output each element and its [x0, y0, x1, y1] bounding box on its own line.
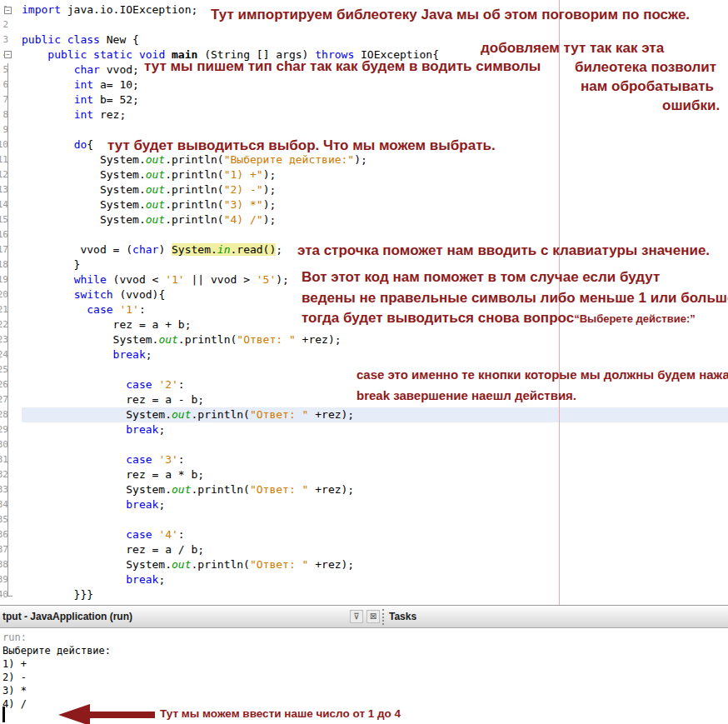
line-number[interactable]: 29 [0, 422, 8, 437]
code-text: System.out.println("2) -"); [22, 182, 728, 197]
line-number[interactable]: 39 [0, 572, 8, 587]
line-number[interactable]: 11 [0, 152, 8, 167]
line-number[interactable]: 23 [0, 332, 8, 347]
line-number[interactable]: 26 [0, 377, 8, 392]
annotation-lib-note-line: добовляем тут так как эта [481, 40, 664, 57]
line-number[interactable]: 31 [0, 452, 8, 467]
fold-column [8, 227, 22, 242]
code-text: case '4': [22, 527, 728, 542]
annotation-while-note-line: тогда будет выводиться снова вопрос“Выбе… [302, 308, 728, 330]
line-number[interactable]: 19 [0, 272, 8, 287]
fold-column [8, 497, 22, 512]
fold-column [8, 317, 22, 332]
code-line[interactable]: 30 [0, 437, 728, 452]
annotation-while-note-quote: “Выберете действие:” [574, 312, 696, 325]
code-line[interactable]: 11 System.out.println("Выберите действие… [0, 152, 728, 167]
code-line[interactable]: 31 case '3': [0, 452, 728, 467]
line-number[interactable]: 25 [0, 362, 8, 377]
code-line[interactable]: 12 System.out.println("1) +"); [0, 167, 728, 182]
line-number[interactable]: 10 [0, 137, 8, 152]
fold-column [8, 272, 22, 287]
code-line[interactable]: 16 [0, 227, 728, 242]
line-number[interactable]: 13 [0, 182, 8, 197]
tab-tasks[interactable]: Tasks [389, 611, 416, 622]
line-number[interactable]: 14 [0, 197, 8, 212]
line-number[interactable]: 22 [0, 317, 8, 332]
line-number[interactable]: 17 [0, 242, 8, 257]
code-line[interactable]: 37 rez = a / b; [0, 542, 728, 557]
fold-column [8, 242, 22, 257]
code-text: System.out.println("Ответ: " +rez); [22, 557, 728, 572]
annotation-while-note: Вот этот код нам поможет в том случае ес… [302, 267, 728, 330]
clear-output-icon[interactable]: ⊠ [366, 610, 380, 623]
code-line[interactable]: 32 rez = a * b; [0, 467, 728, 482]
line-number[interactable]: 34 [0, 497, 8, 512]
fold-toggle-icon[interactable]: − [4, 51, 12, 58]
code-line[interactable]: 36 case '4': [0, 527, 728, 542]
line-number[interactable]: 35 [0, 512, 8, 527]
code-line[interactable]: 9 [0, 122, 728, 137]
annotation-while-note-line: ведены не правельные символы либо меньше… [302, 288, 728, 309]
annotation-lib-note-line: ошибки. [662, 97, 720, 114]
annotation-char-note: тут мы пишем тип char так как будем в во… [144, 58, 541, 75]
code-line[interactable]: 28 System.out.println("Ответ: " +rez); [0, 407, 728, 422]
line-number[interactable]: 9 [0, 122, 8, 137]
line-number[interactable]: 8 [0, 107, 8, 122]
line-number[interactable]: 3 [0, 32, 8, 47]
line-number[interactable]: 15 [0, 212, 8, 227]
output-panel-titlebar[interactable]: tput - JavaApplication (run) ⊽ ⊠ Tasks [0, 606, 728, 628]
code-line[interactable]: 8 int rez; [0, 107, 728, 122]
line-number[interactable]: 16 [0, 227, 8, 242]
code-line[interactable]: 24 break; [0, 347, 728, 362]
line-number[interactable]: 2 [0, 17, 8, 32]
line-number[interactable]: 20 [0, 287, 8, 302]
code-line[interactable]: 40 }}} [0, 587, 728, 602]
filter-icon[interactable]: ⊽ [350, 610, 363, 623]
line-number[interactable]: 6 [0, 77, 8, 92]
annotation-lib-note-line: нам обробатывать [581, 78, 714, 95]
line-number[interactable]: 27 [0, 392, 8, 407]
code-editor[interactable]: 1import java.io.IOException;23public cla… [0, 0, 728, 605]
line-number[interactable]: 21 [0, 302, 8, 317]
fold-column [8, 542, 22, 557]
line-number[interactable]: 30 [0, 437, 8, 452]
code-line[interactable]: 14 System.out.println("3) *"); [0, 197, 728, 212]
line-number[interactable]: 33 [0, 482, 8, 497]
console-output[interactable]: run:Выберите действие:1) +2) -3) *4) / Т… [0, 628, 728, 724]
code-text: rez = a * b; [22, 467, 728, 482]
fold-toggle-icon[interactable]: − [4, 7, 12, 14]
output-panel-title: tput - JavaApplication (run) [2, 611, 132, 622]
code-line[interactable]: 33 System.out.println("Ответ: " +rez); [0, 482, 728, 497]
line-number[interactable]: 5 [0, 62, 8, 77]
code-line[interactable]: 39 break; [0, 572, 728, 587]
annotation-do-note: тут будет выводиться выбор. Что мы можем… [107, 137, 496, 154]
fold-column [8, 467, 22, 482]
annotation-read-note: эта строчка поможет нам вводить с клавиа… [297, 242, 710, 259]
arrow-icon [88, 712, 155, 718]
fold-column [8, 362, 22, 377]
line-number[interactable]: 36 [0, 527, 8, 542]
code-line[interactable]: 13 System.out.println("2) -"); [0, 182, 728, 197]
code-text: int rez; [22, 107, 728, 122]
line-number[interactable]: 18 [0, 257, 8, 272]
code-line[interactable]: 29 break; [0, 422, 728, 437]
fold-column [8, 62, 22, 77]
code-line[interactable]: 34 break; [0, 497, 728, 512]
fold-column [8, 32, 22, 47]
arrow-icon [58, 704, 90, 724]
line-number[interactable]: 38 [0, 557, 8, 572]
code-line[interactable]: 35 [0, 512, 728, 527]
line-number[interactable]: 7 [0, 92, 8, 107]
code-line[interactable]: 38 System.out.println("Ответ: " +rez); [0, 557, 728, 572]
line-number[interactable]: 28 [0, 407, 8, 422]
output-panel: tput - JavaApplication (run) ⊽ ⊠ Tasks r… [0, 605, 728, 724]
annotation-case-note: case это именно те кнопки которые мы дол… [357, 367, 728, 382]
line-number[interactable]: 32 [0, 467, 8, 482]
line-number[interactable]: 12 [0, 167, 8, 182]
line-number[interactable]: 40 [0, 587, 8, 602]
line-number[interactable]: 37 [0, 542, 8, 557]
code-line[interactable]: 15 System.out.println("4) /"); [0, 212, 728, 227]
fold-column [8, 167, 22, 182]
line-number[interactable]: 24 [0, 347, 8, 362]
code-line[interactable]: 23 System.out.println("Ответ: " +rez); [0, 332, 728, 347]
